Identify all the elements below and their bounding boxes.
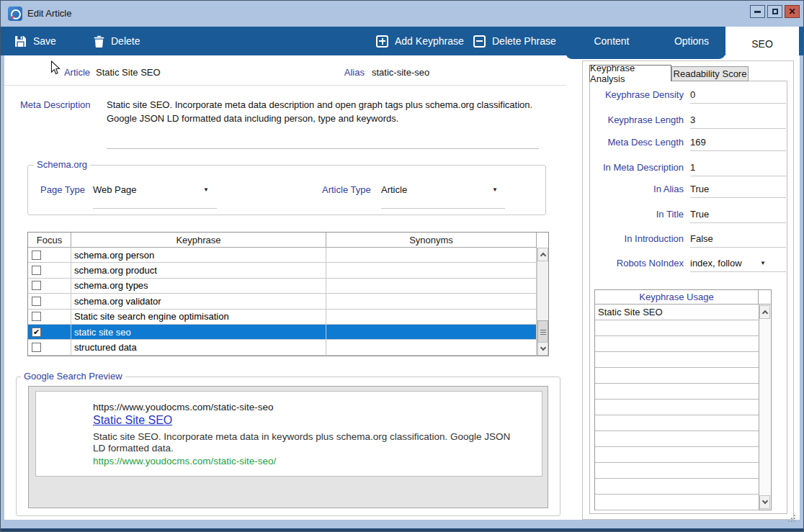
usage-row[interactable]: Static Site SEO xyxy=(595,305,759,320)
usage-row[interactable] xyxy=(595,447,759,463)
keyphrase-cell[interactable]: schema.org validator xyxy=(71,294,326,309)
article-type-dropdown-icon[interactable]: ▼ xyxy=(492,186,498,193)
usage-scrollbar[interactable] xyxy=(759,305,771,510)
maximize-button[interactable] xyxy=(767,5,782,18)
alias-value[interactable]: static-site-seo xyxy=(372,67,429,78)
keyphrase-usage-header: Keyphrase Usage xyxy=(595,290,771,305)
maximize-icon xyxy=(772,9,778,14)
keyphrase-row[interactable]: schema.org types xyxy=(28,279,548,294)
analysis-field-underline xyxy=(690,176,786,176)
synonyms-cell[interactable] xyxy=(326,340,537,355)
tab-content[interactable]: Content xyxy=(566,27,658,55)
page-type-select[interactable]: Web Page xyxy=(93,184,136,195)
scroll-down-button[interactable] xyxy=(537,342,548,356)
tab-seo[interactable]: SEO xyxy=(725,27,799,60)
chevron-down-icon xyxy=(540,344,545,350)
tab-keyphrase-analysis[interactable]: Keyphrase Analysis xyxy=(589,65,671,81)
delete-button[interactable]: Delete xyxy=(94,27,140,55)
column-header-keyphrase: Keyphrase xyxy=(71,233,326,248)
close-icon: ✕ xyxy=(788,7,795,16)
scroll-thumb[interactable] xyxy=(537,320,548,343)
analysis-field-underline xyxy=(690,271,786,272)
synonyms-cell[interactable] xyxy=(326,325,537,340)
robots-dropdown-icon[interactable]: ▼ xyxy=(760,260,766,266)
focus-checkbox[interactable] xyxy=(32,266,41,275)
analysis-field-value: 1 xyxy=(690,162,695,173)
focus-checkbox[interactable] xyxy=(32,251,41,260)
keyphrase-usage-body: Static Site SEO xyxy=(595,305,771,510)
article-value[interactable]: Static Site SEO xyxy=(96,67,161,78)
analysis-field-value: 0 xyxy=(690,89,695,100)
synonyms-cell[interactable] xyxy=(326,263,537,278)
plus-square-icon xyxy=(376,35,388,48)
usage-row[interactable] xyxy=(595,463,759,479)
column-header-scroll-spacer xyxy=(537,233,548,248)
tab-options[interactable]: Options xyxy=(658,27,725,55)
thumb-grip-icon xyxy=(540,330,546,335)
keyphrase-row[interactable]: ✔static site seo xyxy=(28,325,548,340)
chevron-up-icon xyxy=(761,310,767,316)
keyphrase-cell[interactable]: schema.org person xyxy=(71,248,326,263)
usage-scroll-up-button[interactable] xyxy=(759,305,770,319)
analysis-field-value[interactable]: index, follow xyxy=(690,258,742,269)
analysis-panel: Keyphrase Analysis Readability Score Key… xyxy=(582,60,794,520)
keyphrase-table-scrollbar[interactable] xyxy=(537,248,548,356)
minimize-icon xyxy=(754,11,761,13)
usage-row[interactable] xyxy=(595,495,759,510)
tab-readability-score[interactable]: Readability Score xyxy=(671,66,749,81)
google-preview-title: Google Search Preview xyxy=(21,371,125,382)
column-header-synonyms: Synonyms xyxy=(326,233,537,248)
usage-row[interactable] xyxy=(595,384,759,400)
analysis-field-underline xyxy=(690,247,786,248)
synonyms-cell[interactable] xyxy=(326,279,537,294)
analysis-field-value: True xyxy=(690,184,709,194)
keyphrase-table-body: schema.org personschema.org productschem… xyxy=(28,248,548,356)
keyphrase-row[interactable]: schema.org person xyxy=(28,248,548,263)
focus-checkbox[interactable] xyxy=(32,343,41,352)
focus-checkbox[interactable] xyxy=(32,297,41,306)
keyphrase-row[interactable]: Static site search engine optimisation xyxy=(28,310,548,325)
usage-row[interactable] xyxy=(595,320,759,336)
article-type-underline xyxy=(381,208,505,209)
article-type-select[interactable]: Article xyxy=(381,184,407,195)
keyphrase-cell[interactable]: schema.org types xyxy=(71,279,326,294)
usage-row[interactable] xyxy=(595,415,759,431)
synonyms-cell[interactable] xyxy=(326,294,537,309)
focus-checkbox[interactable]: ✔ xyxy=(32,328,41,337)
scroll-up-button[interactable] xyxy=(537,248,548,261)
usage-scroll-down-button[interactable] xyxy=(759,495,770,509)
resize-grip[interactable] xyxy=(788,512,798,522)
usage-row[interactable] xyxy=(595,431,759,447)
close-button[interactable]: ✕ xyxy=(785,5,800,18)
usage-row[interactable] xyxy=(595,368,759,384)
meta-description-value[interactable]: Static site SEO. Incorporate meta data d… xyxy=(107,98,550,125)
keyphrase-row[interactable]: schema.org product xyxy=(28,263,548,278)
meta-description-label: Meta Description xyxy=(20,99,91,110)
usage-row[interactable] xyxy=(595,400,759,415)
keyphrase-cell[interactable]: structured data xyxy=(71,340,326,355)
delete-phrase-button[interactable]: Delete Phrase xyxy=(473,27,556,55)
analysis-field-label: In Alias xyxy=(590,184,684,194)
schema-org-title: Schema.org xyxy=(34,159,90,170)
keyphrase-row[interactable]: schema.org validator xyxy=(28,294,548,309)
analysis-field-label: Robots NoIndex xyxy=(590,258,684,269)
usage-row[interactable] xyxy=(595,479,759,495)
keyphrase-cell[interactable]: schema.org product xyxy=(71,263,326,278)
analysis-field-label: Meta Desc Length xyxy=(590,137,684,148)
focus-checkbox[interactable] xyxy=(32,281,41,290)
synonyms-cell[interactable] xyxy=(326,248,537,263)
keyphrase-cell[interactable]: static site seo xyxy=(71,325,326,340)
keyphrase-row[interactable]: structured data xyxy=(28,340,548,355)
usage-row[interactable] xyxy=(595,336,759,352)
preview-breadcrumb-url: https://www.youdocms.com/static-site-seo xyxy=(93,402,274,412)
synonyms-cell[interactable] xyxy=(326,310,537,325)
add-keyphrase-button[interactable]: Add Keyphrase xyxy=(376,27,464,55)
page-type-dropdown-icon[interactable]: ▼ xyxy=(203,186,209,193)
keyphrase-cell[interactable]: Static site search engine optimisation xyxy=(71,310,326,325)
trash-icon xyxy=(94,35,104,48)
focus-checkbox[interactable] xyxy=(32,312,41,321)
usage-row[interactable] xyxy=(595,352,759,368)
analysis-field-label: Keyphrase Density xyxy=(590,89,684,100)
minimize-button[interactable] xyxy=(750,5,765,18)
save-button[interactable]: Save xyxy=(14,27,56,55)
